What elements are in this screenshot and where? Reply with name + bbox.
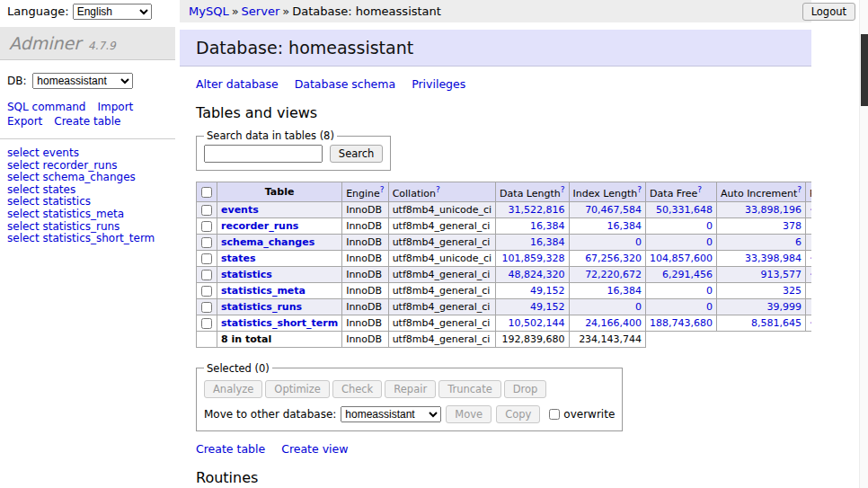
table-link[interactable]: schema_changes	[42, 171, 135, 183]
data-free-link[interactable]: 188,743,680	[650, 317, 713, 329]
index-length-link[interactable]: 16,384	[607, 220, 642, 232]
adminer-logo-link[interactable]: Adminer	[9, 33, 81, 53]
row-checkbox[interactable]	[201, 237, 212, 248]
repair-button[interactable]: Repair	[385, 380, 436, 398]
import-link[interactable]: Import	[97, 101, 133, 113]
help-link[interactable]: ?	[797, 185, 802, 194]
table-link[interactable]: recorder_runs	[42, 159, 117, 172]
row-checkbox[interactable]	[201, 253, 212, 264]
row-checkbox[interactable]	[201, 270, 212, 280]
table-link[interactable]: statistics_runs	[42, 220, 120, 233]
alter-database-link[interactable]: Alter database	[196, 77, 279, 91]
auto-increment-link[interactable]: 325	[783, 285, 802, 297]
select-link[interactable]: select	[7, 195, 40, 208]
truncate-button[interactable]: Truncate	[438, 380, 501, 398]
row-checkbox[interactable]	[201, 302, 212, 313]
move-button[interactable]: Move	[446, 405, 492, 423]
select-link[interactable]: select	[7, 146, 40, 159]
breadcrumb-mysql-link[interactable]: MySQL	[189, 4, 229, 18]
index-length-link[interactable]: 16,384	[607, 285, 642, 297]
drop-button[interactable]: Drop	[504, 380, 547, 398]
rows-link[interactable]: ~ 569,159	[810, 269, 811, 280]
auto-increment-link[interactable]: 39,999	[767, 301, 802, 313]
index-length-link[interactable]: 24,166,400	[585, 317, 642, 329]
rows-link[interactable]: ~ 299,833	[810, 253, 811, 264]
auto-increment-link[interactable]: 6	[795, 236, 802, 248]
select-link[interactable]: select	[7, 183, 40, 196]
table-link[interactable]: statistics_meta	[42, 208, 124, 220]
data-length-link[interactable]: 48,824,320	[509, 269, 565, 280]
export-link[interactable]: Export	[7, 115, 42, 128]
search-button[interactable]: Search	[330, 145, 384, 163]
data-length-link[interactable]: 49,152	[530, 285, 565, 297]
data-free-link[interactable]: 0	[706, 301, 713, 313]
table-link[interactable]: statistics	[42, 195, 91, 208]
scrollbar[interactable]	[859, 0, 868, 488]
data-length-link[interactable]: 49,152	[530, 301, 565, 313]
data-free-link[interactable]: 50,331,648	[656, 204, 713, 216]
help-link[interactable]: ?	[561, 185, 565, 194]
db-select[interactable]: homeassistant	[32, 73, 133, 89]
index-length-link[interactable]: 0	[635, 301, 642, 313]
row-checkbox[interactable]	[201, 221, 212, 232]
select-link[interactable]: select	[7, 232, 40, 244]
data-free-link[interactable]: 0	[706, 236, 713, 248]
data-free-link[interactable]: 0	[706, 285, 713, 297]
row-checkbox[interactable]	[201, 318, 212, 329]
index-length-link[interactable]: 70,467,584	[585, 204, 642, 216]
table-link[interactable]: events	[42, 146, 78, 159]
select-link[interactable]: select	[7, 208, 40, 220]
help-link[interactable]: ?	[697, 185, 702, 194]
table-name-link[interactable]: recorder_runs	[221, 220, 298, 232]
scrollbar-thumb[interactable]	[861, 34, 868, 106]
row-checkbox[interactable]	[201, 205, 212, 216]
data-free-link[interactable]: 6,291,456	[662, 269, 713, 280]
select-link[interactable]: select	[7, 159, 40, 172]
copy-button[interactable]: Copy	[496, 405, 540, 423]
data-length-link[interactable]: 31,522,816	[509, 204, 565, 216]
row-checkbox[interactable]	[201, 286, 212, 297]
create-table-link[interactable]: Create table	[196, 442, 265, 456]
help-link[interactable]: ?	[436, 185, 440, 194]
optimize-button[interactable]: Optimize	[265, 380, 330, 398]
index-length-link[interactable]: 0	[635, 236, 642, 248]
auto-increment-link[interactable]: 33,898,196	[745, 204, 802, 216]
overwrite-checkbox[interactable]	[549, 409, 560, 420]
database-schema-link[interactable]: Database schema	[295, 77, 395, 91]
table-link[interactable]: states	[42, 183, 75, 196]
rows-link[interactable]: ~ 312,180	[810, 204, 811, 216]
table-name-link[interactable]: events	[221, 204, 259, 216]
data-length-link[interactable]: 16,384	[530, 220, 565, 232]
table-name-link[interactable]: statistics_short_term	[221, 317, 338, 329]
auto-increment-link[interactable]: 33,398,984	[745, 253, 802, 264]
help-link[interactable]: ?	[637, 185, 642, 194]
auto-increment-link[interactable]: 378	[783, 220, 802, 232]
search-input[interactable]	[204, 145, 323, 163]
table-name-link[interactable]: schema_changes	[221, 236, 314, 248]
rows-link[interactable]: ~ 136,108	[810, 317, 811, 329]
select-link[interactable]: select	[7, 171, 40, 183]
select-link[interactable]: select	[7, 220, 40, 233]
table-name-link[interactable]: statistics_runs	[221, 301, 302, 313]
data-length-link[interactable]: 16,384	[530, 236, 565, 248]
index-length-link[interactable]: 67,256,320	[585, 253, 642, 264]
data-free-link[interactable]: 0	[706, 220, 713, 232]
logout-button[interactable]: Logout	[802, 3, 855, 21]
breadcrumb-server-link[interactable]: Server	[242, 4, 280, 18]
select-all-checkbox[interactable]	[201, 187, 212, 198]
create-view-link[interactable]: Create view	[281, 442, 348, 456]
table-name-link[interactable]: statistics	[221, 269, 272, 280]
help-link[interactable]: ?	[380, 185, 385, 194]
data-length-link[interactable]: 101,859,328	[502, 253, 565, 264]
table-name-link[interactable]: states	[221, 253, 256, 264]
check-button[interactable]: Check	[332, 380, 382, 398]
data-free-link[interactable]: 104,857,600	[650, 253, 713, 264]
create-table-sidebar-link[interactable]: Create table	[54, 115, 120, 128]
data-length-link[interactable]: 10,502,144	[509, 317, 565, 329]
move-db-select[interactable]: homeassistant	[341, 406, 441, 422]
sql-command-link[interactable]: SQL command	[7, 101, 85, 113]
privileges-link[interactable]: Privileges	[412, 77, 465, 91]
analyze-button[interactable]: Analyze	[204, 380, 262, 398]
auto-increment-link[interactable]: 913,577	[761, 269, 802, 280]
table-name-link[interactable]: statistics_meta	[221, 285, 306, 297]
